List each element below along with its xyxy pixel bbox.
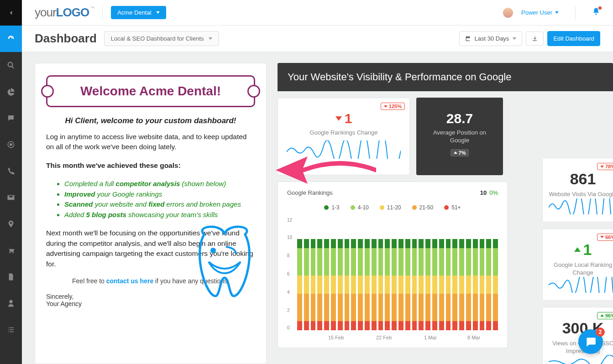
bar bbox=[345, 239, 350, 330]
bar bbox=[392, 239, 397, 330]
bar bbox=[432, 239, 437, 330]
bar bbox=[324, 239, 329, 330]
top-nav: yourLOGO™ Acme Dental Power User bbox=[22, 0, 613, 26]
welcome-banner: Welcome Acme Dental! bbox=[46, 75, 255, 107]
chat-icon bbox=[585, 336, 597, 348]
sidebar bbox=[0, 0, 22, 364]
chat-widget-button[interactable]: 2 bbox=[578, 329, 603, 354]
sparkline bbox=[549, 198, 613, 214]
bar bbox=[419, 239, 424, 330]
list-item: Added 5 blog posts showcasing your team'… bbox=[64, 210, 255, 220]
comment-icon bbox=[7, 114, 15, 122]
search-icon bbox=[7, 61, 15, 69]
chevron-left-icon bbox=[7, 9, 15, 17]
pie-icon bbox=[7, 88, 15, 96]
caret-down-icon bbox=[156, 11, 160, 14]
pointer-arrow-icon bbox=[276, 150, 376, 191]
sidebar-commerce[interactable] bbox=[0, 237, 22, 264]
user-avatar[interactable] bbox=[503, 8, 513, 18]
bar bbox=[297, 239, 302, 330]
chat-count-badge: 2 bbox=[596, 328, 605, 337]
metric-value: 861 bbox=[548, 170, 613, 188]
date-range-selector[interactable]: Last 30 Days bbox=[459, 31, 523, 46]
stacked-bar-chart: 0 2 4 6 8 10 12 15 Feb 22 Feb 1 Mar 8 Ma… bbox=[287, 217, 498, 340]
contact-link[interactable]: contact us here bbox=[106, 277, 153, 285]
svg-point-2 bbox=[210, 248, 216, 253]
sidebar-chat[interactable] bbox=[0, 105, 22, 131]
sidebar-collapse[interactable] bbox=[0, 0, 22, 26]
bar bbox=[365, 239, 370, 330]
bar bbox=[405, 239, 410, 330]
welcome-p1: Log in anytime to access live website da… bbox=[46, 132, 255, 152]
divider bbox=[102, 6, 103, 20]
sidebar-target[interactable] bbox=[0, 131, 22, 158]
bar bbox=[439, 239, 444, 330]
edit-dashboard-button[interactable]: Edit Dashboard bbox=[547, 31, 600, 46]
user-icon bbox=[7, 299, 15, 307]
phone-icon bbox=[7, 167, 15, 175]
bar bbox=[425, 239, 430, 330]
bar bbox=[459, 239, 464, 330]
chart-legend: 1-3 4-10 11-20 21-50 51+ bbox=[287, 204, 498, 211]
client-selector[interactable]: Acme Dental bbox=[111, 6, 166, 19]
bar bbox=[493, 239, 498, 330]
bar bbox=[452, 239, 457, 330]
metric-label: Google Rankings Change bbox=[286, 129, 401, 137]
user-menu[interactable]: Power User bbox=[521, 9, 559, 16]
sidebar-mail[interactable] bbox=[0, 184, 22, 211]
calendar-icon bbox=[465, 36, 471, 42]
metric-local-ranking: 66% 1 Google Local Ranking Change bbox=[542, 229, 613, 301]
download-button[interactable] bbox=[526, 31, 544, 46]
bar bbox=[331, 239, 336, 330]
sidebar-dashboard[interactable] bbox=[0, 26, 22, 52]
bar bbox=[338, 239, 343, 330]
bar bbox=[385, 239, 390, 330]
divider bbox=[575, 6, 576, 20]
goals-list: Completed a full competitor analysis (sh… bbox=[64, 179, 255, 220]
tooth-icon bbox=[190, 223, 259, 301]
trend-badge: 78% bbox=[597, 163, 613, 170]
sidebar-search[interactable] bbox=[0, 52, 22, 78]
metric-label: Average Position on Google bbox=[425, 129, 494, 145]
mail-icon bbox=[7, 193, 15, 202]
sidebar-users[interactable] bbox=[0, 290, 22, 317]
gauge-icon bbox=[7, 35, 15, 43]
caret-down-icon bbox=[209, 37, 212, 40]
bar bbox=[480, 239, 485, 330]
sparkline bbox=[549, 355, 613, 364]
metric-value: 1 bbox=[548, 241, 613, 259]
metric-value: 28.7 bbox=[425, 111, 494, 126]
brand-logo: yourLOGO™ bbox=[35, 5, 94, 20]
sidebar-location[interactable] bbox=[0, 211, 22, 237]
pin-icon bbox=[7, 220, 15, 228]
sidebar-tasks[interactable] bbox=[0, 317, 22, 343]
trend-badge: 66% bbox=[597, 234, 613, 241]
svg-point-1 bbox=[10, 143, 12, 146]
sidebar-analytics[interactable] bbox=[0, 78, 22, 105]
dashboard-selector[interactable]: Local & SEO Dashboard for Clients bbox=[104, 31, 219, 46]
bar bbox=[317, 239, 322, 330]
metric-avg-position: 28.7 Average Position on Google 7% bbox=[416, 98, 503, 175]
sparkline bbox=[549, 277, 613, 293]
bar bbox=[473, 239, 478, 330]
bar bbox=[486, 239, 491, 330]
target-icon bbox=[7, 140, 15, 149]
trend-badge: 96% bbox=[597, 312, 613, 319]
list-item: Scanned your website and fixed errors an… bbox=[64, 199, 255, 210]
bell-icon bbox=[592, 7, 600, 16]
metric-label: Google Local Ranking Change bbox=[548, 261, 613, 277]
bar bbox=[398, 239, 403, 330]
bar bbox=[466, 239, 471, 330]
sidebar-reports[interactable] bbox=[0, 264, 22, 290]
list-icon bbox=[7, 326, 15, 334]
list-item: Improved your Google rankings bbox=[64, 189, 255, 200]
sidebar-calls[interactable] bbox=[0, 158, 22, 184]
welcome-greeting: Hi Client, welcome to your custom dashbo… bbox=[46, 116, 255, 125]
bar bbox=[378, 239, 383, 330]
bar bbox=[412, 239, 417, 330]
bar bbox=[304, 239, 309, 330]
notifications-button[interactable] bbox=[592, 7, 600, 18]
bar bbox=[311, 239, 316, 330]
metric-value: 1 bbox=[286, 111, 401, 126]
bar bbox=[358, 239, 363, 330]
